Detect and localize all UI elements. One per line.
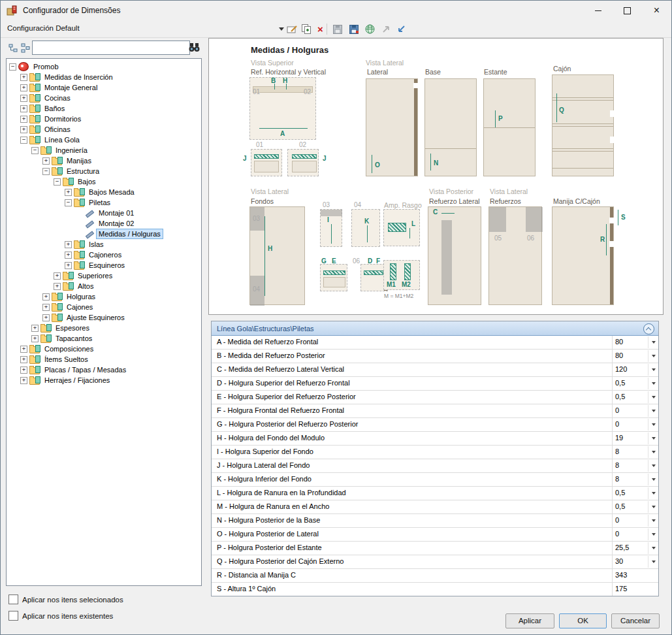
export-arrow-button[interactable] xyxy=(395,23,408,35)
expand-all-button[interactable] xyxy=(8,41,19,55)
tree-item-bajos[interactable]: −Bajos xyxy=(7,176,201,187)
tree-item-dormitorios[interactable]: +Dormitorios xyxy=(7,114,201,124)
tree-item-tems-sueltos[interactable]: +Ítems Sueltos xyxy=(7,354,201,365)
chevron-down-icon[interactable] xyxy=(648,405,658,417)
tree-item-herrajes-fijaciones[interactable]: +Herrajes / Fijaciones xyxy=(7,375,201,385)
chevron-down-icon[interactable] xyxy=(648,446,658,458)
maximize-button[interactable] xyxy=(613,1,642,20)
tree-item-composiciones[interactable]: +Composiciones xyxy=(7,344,201,354)
chevron-down-icon[interactable] xyxy=(648,515,658,527)
expand-icon[interactable]: + xyxy=(54,272,61,280)
import-arrow-button[interactable] xyxy=(380,23,392,35)
expand-icon[interactable]: + xyxy=(20,95,27,102)
expand-icon[interactable]: + xyxy=(65,241,72,248)
param-value-combobox[interactable]: 80 xyxy=(613,350,658,363)
expand-icon[interactable]: + xyxy=(31,325,39,332)
tree-item-medidas-de-inserci-n[interactable]: +Medidas de Inserción xyxy=(7,72,201,82)
collapse-icon[interactable]: − xyxy=(65,199,72,206)
tree-item-piletas[interactable]: −Piletas xyxy=(7,197,201,208)
expand-icon[interactable]: + xyxy=(20,84,27,91)
collapse-icon[interactable]: − xyxy=(9,63,16,71)
param-value-combobox[interactable]: 80 xyxy=(613,336,658,349)
save-button[interactable] xyxy=(331,23,344,35)
tree-item-montaje-01[interactable]: Montaje 01 xyxy=(7,208,201,218)
expand-icon[interactable]: + xyxy=(20,105,27,112)
rename-config-button[interactable] xyxy=(286,23,298,35)
tree-item-l-nea-gola[interactable]: −Línea Gola xyxy=(7,135,201,145)
collapse-all-button[interactable] xyxy=(20,41,31,55)
tree-item-altos[interactable]: +Altos xyxy=(7,281,201,291)
tree-item-esquineros[interactable]: +Esquineros xyxy=(7,260,201,270)
ok-button[interactable]: OK xyxy=(559,613,607,628)
tree-item-holguras[interactable]: +Holguras xyxy=(7,291,201,302)
search-input[interactable] xyxy=(32,41,190,55)
tree-item-promob[interactable]: −Promob xyxy=(7,61,201,72)
tree-item-cajones[interactable]: +Cajones xyxy=(7,302,201,312)
param-value-combobox[interactable]: 120 xyxy=(613,363,658,376)
expand-icon[interactable]: + xyxy=(42,157,50,165)
tree-item-bajos-mesada[interactable]: +Bajos Mesada xyxy=(7,187,201,197)
collapse-icon[interactable]: − xyxy=(54,178,61,186)
expand-icon[interactable]: + xyxy=(20,74,27,81)
param-value-combobox[interactable]: 8 xyxy=(613,459,658,472)
tree-item-medidas-holguras[interactable]: Medidas / Holguras xyxy=(7,229,201,239)
expand-icon[interactable]: + xyxy=(65,189,72,196)
param-value-combobox[interactable]: 19 xyxy=(613,432,658,445)
collapse-icon[interactable]: − xyxy=(31,147,39,154)
expand-icon[interactable]: + xyxy=(42,293,50,301)
tree-item-ingenier-a[interactable]: −Ingeniería xyxy=(7,145,201,155)
collapse-icon[interactable]: − xyxy=(20,137,27,144)
tree-item-manijas[interactable]: +Manijas xyxy=(7,155,201,166)
expand-icon[interactable]: + xyxy=(20,366,27,374)
delete-config-button[interactable]: × xyxy=(314,23,327,35)
chevron-down-icon[interactable] xyxy=(648,556,658,568)
expand-icon[interactable]: + xyxy=(20,377,27,384)
chevron-down-icon[interactable] xyxy=(648,529,658,540)
tree-item-montaje-02[interactable]: Montaje 02 xyxy=(7,218,201,229)
apply-existing-checkbox[interactable] xyxy=(8,611,18,621)
save-all-button[interactable] xyxy=(347,23,360,35)
param-value-combobox[interactable]: 0,5 xyxy=(613,377,658,390)
tree-item-ajuste-esquineros[interactable]: +Ajuste Esquineros xyxy=(7,312,201,323)
chevron-down-icon[interactable] xyxy=(648,336,658,348)
chevron-down-icon[interactable] xyxy=(648,391,658,403)
tree-item-cocinas[interactable]: +Cocinas xyxy=(7,93,201,103)
chevron-down-icon[interactable] xyxy=(648,378,658,389)
tree-item-ba-os[interactable]: +Baños xyxy=(7,103,201,114)
param-value-combobox[interactable]: 8 xyxy=(613,473,658,486)
expand-icon[interactable]: + xyxy=(65,262,72,269)
param-value-combobox[interactable]: 25,5 xyxy=(613,542,658,555)
chevron-down-icon[interactable] xyxy=(648,419,658,431)
chevron-down-icon[interactable] xyxy=(648,432,658,444)
param-value-combobox[interactable]: 8 xyxy=(613,446,658,459)
expand-icon[interactable]: + xyxy=(20,126,27,133)
expand-icon[interactable]: + xyxy=(54,283,61,290)
new-config-button[interactable] xyxy=(300,23,313,35)
tree-item-superiores[interactable]: +Superiores xyxy=(7,270,201,281)
expand-icon[interactable]: + xyxy=(20,356,27,363)
apply-button[interactable]: Aplicar xyxy=(505,613,554,628)
param-value-combobox[interactable]: 30 xyxy=(613,555,658,568)
tree-item-espesores[interactable]: +Espesores xyxy=(7,323,201,333)
param-value-combobox[interactable]: 0 xyxy=(613,418,658,431)
param-value-combobox[interactable]: 0 xyxy=(613,528,658,541)
collapse-icon[interactable]: − xyxy=(42,168,50,175)
chevron-down-icon[interactable] xyxy=(648,364,658,376)
tree-item-estructura[interactable]: −Estructura xyxy=(7,166,201,176)
param-value-combobox[interactable]: 0,5 xyxy=(613,500,658,513)
close-button[interactable]: × xyxy=(642,1,671,20)
tree-item-cajoneros[interactable]: +Cajoneros xyxy=(7,250,201,260)
param-value-combobox[interactable]: 0 xyxy=(613,514,658,527)
minimize-button[interactable] xyxy=(583,1,613,20)
apply-selected-checkbox[interactable] xyxy=(8,594,18,604)
tree-item-placas-tapas-mesadas[interactable]: +Placas / Tapas / Mesadas xyxy=(7,365,201,375)
param-value-combobox[interactable]: 0,5 xyxy=(613,487,658,500)
expand-icon[interactable]: + xyxy=(31,335,39,342)
tree-item-montaje-general[interactable]: +Montaje General xyxy=(7,82,201,93)
cancel-button[interactable]: Cancelar xyxy=(611,613,660,628)
chevron-down-icon[interactable] xyxy=(648,350,658,362)
chevron-down-icon[interactable] xyxy=(648,487,658,499)
chevron-down-icon[interactable] xyxy=(648,542,658,554)
chevron-down-icon[interactable] xyxy=(648,501,658,513)
chevron-down-icon[interactable] xyxy=(648,460,658,472)
